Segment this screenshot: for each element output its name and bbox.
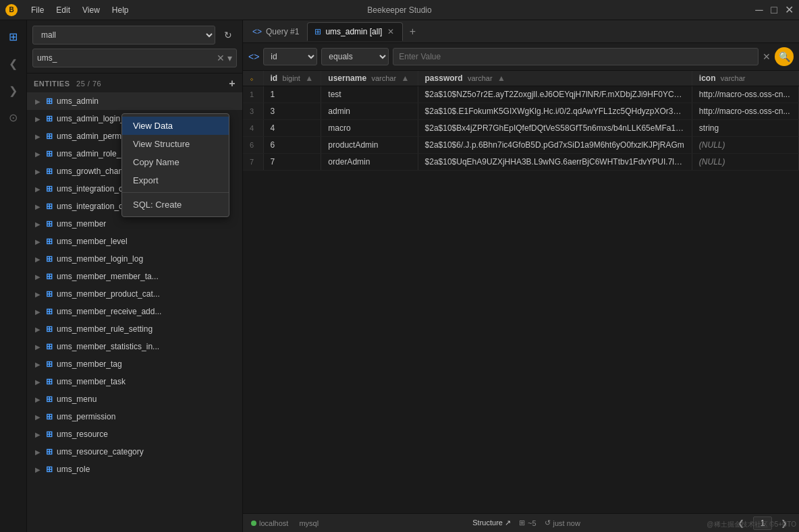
chevron-icon: ▶ [35, 150, 43, 158]
menu-edit[interactable]: Edit [51, 3, 76, 17]
cell-id: 3 [263, 103, 321, 120]
right-panel: <> Query #1 ⊞ ums_admin [all] ✕ + <> id … [243, 20, 799, 532]
context-export[interactable]: Export [122, 171, 229, 189]
entity-item-17[interactable]: ▶ ⊞ ums_member_task [27, 373, 242, 390]
sort-icon-username[interactable]: ▲ [401, 73, 409, 83]
entity-item-18[interactable]: ▶ ⊞ ums_menu [27, 390, 242, 408]
structure-link[interactable]: Structure ↗ [472, 519, 511, 527]
cell-password: $2a$10$6/.J.p.6Bhn7ic4GfoB5D.pGd7xSiD1a9… [418, 137, 692, 154]
entities-header: ENTITIES 25 / 76 + [27, 73, 242, 92]
app-logo: B [5, 4, 18, 16]
entity-item-21[interactable]: ▶ ⊞ ums_resource_category [27, 443, 242, 461]
tab-query-label: Query #1 [266, 27, 299, 36]
database-icon[interactable]: ⊞ [3, 26, 24, 47]
entity-item-16[interactable]: ▶ ⊞ ums_member_tag [27, 355, 242, 373]
row-num: 7 [243, 154, 263, 171]
entity-item-9[interactable]: ▶ ⊞ ums_member_level [27, 233, 242, 250]
filter-operator-select[interactable]: equals [321, 48, 389, 65]
refresh-button[interactable]: ↻ [219, 26, 237, 44]
entity-name: ums_member_level [57, 237, 128, 246]
tab-close-icon[interactable]: ✕ [386, 27, 395, 36]
db-select[interactable]: mall [32, 26, 215, 45]
search-filter-icon[interactable]: ▾ [227, 53, 232, 63]
entity-item-13[interactable]: ▶ ⊞ ums_member_receive_add... [27, 303, 242, 320]
entity-item-19[interactable]: ▶ ⊞ ums_permission [27, 408, 242, 425]
col-name-icon: icon [699, 73, 716, 83]
sort-icon-password[interactable]: ▲ [497, 73, 505, 83]
filter-column-select[interactable]: id [263, 48, 317, 65]
menu-items: File Edit View Help [26, 3, 134, 17]
tab-query[interactable]: <> Query #1 [246, 22, 306, 41]
search-input[interactable] [37, 53, 214, 63]
menu-file[interactable]: File [26, 3, 49, 17]
chevron-icon: ▶ [35, 466, 43, 473]
row-num: 1 [243, 86, 263, 103]
history-icon[interactable]: ⊙ [3, 107, 24, 128]
table-row[interactable]: 7 7 orderAdmin $2a$10$UqEhA9UZXjHHA3B.L9… [243, 154, 799, 171]
chevron-icon: ▶ [35, 273, 43, 280]
title-bar-left: B File Edit View Help [5, 3, 134, 17]
entity-item-10[interactable]: ▶ ⊞ ums_member_login_log [27, 250, 242, 268]
entity-item-15[interactable]: ▶ ⊞ ums_member_statistics_in... [27, 338, 242, 355]
filter-value-input[interactable] [393, 48, 759, 65]
context-view-data[interactable]: View Data [122, 117, 229, 135]
table-icon: ⊞ [46, 324, 53, 334]
context-view-structure[interactable]: View Structure [122, 135, 229, 153]
chevron-icon: ▶ [35, 361, 43, 368]
entity-item-22[interactable]: ▶ ⊞ ums_role [27, 461, 242, 478]
nav-back-icon[interactable]: ❮ [3, 53, 24, 74]
col-name-id: id [271, 73, 278, 83]
menu-view[interactable]: View [77, 3, 105, 17]
app-title: Beekeeper Studio [367, 5, 431, 15]
filter-clear-icon[interactable]: ✕ [763, 51, 771, 62]
minimize-button[interactable]: ─ [754, 5, 764, 15]
table-row[interactable]: 6 6 productAdmin $2a$10$6/.J.p.6Bhn7ic4G… [243, 137, 799, 154]
connection-indicator [251, 521, 256, 526]
tab-table[interactable]: ⊞ ums_admin [all] ✕ [307, 22, 403, 41]
chevron-icon: ▶ [35, 185, 43, 193]
search-clear-icon[interactable]: ✕ [217, 53, 225, 63]
add-entity-button[interactable]: + [229, 78, 236, 90]
table-icon: ⊞ [46, 114, 53, 123]
cell-username: orderAdmin [321, 154, 418, 171]
context-sql-create[interactable]: SQL: Create [122, 196, 229, 214]
close-button[interactable]: ✕ [784, 5, 794, 15]
table-row[interactable]: 4 4 macro $2a$10$Bx4jZPR7GhEpIQfefDQtVeS… [243, 120, 799, 137]
table-row[interactable]: 1 1 test $2a$10$NZ5o7r2E.ayT2ZoxgjlI.eJ6… [243, 86, 799, 103]
entity-item-8[interactable]: ▶ ⊞ ums_member [27, 215, 242, 233]
table-icon: ⊞ [46, 394, 53, 404]
chevron-icon: ▶ [35, 396, 43, 403]
sort-icon-id[interactable]: ▲ [305, 73, 313, 83]
filter-search-button[interactable]: 🔍 [775, 47, 794, 66]
col-header-password[interactable]: password varchar ▲ [418, 71, 692, 86]
table-row[interactable]: 3 3 admin $2a$10$.E1FokumK5GIXWgKlg.Hc.i… [243, 103, 799, 120]
col-header-icon[interactable]: icon varchar [692, 71, 798, 86]
entity-name: ums_menu [57, 394, 97, 404]
menu-help[interactable]: Help [107, 3, 134, 17]
chevron-icon: ▶ [35, 203, 43, 210]
col-header-id[interactable]: id bigint ▲ [263, 71, 321, 86]
maximize-button[interactable]: □ [769, 5, 779, 15]
table-icon: ⊞ [46, 254, 53, 264]
entity-item-12[interactable]: ▶ ⊞ ums_member_product_cat... [27, 285, 242, 303]
cell-id: 1 [263, 86, 321, 103]
entity-item-ums-admin[interactable]: ▶ ⊞ ums_admin [27, 92, 242, 110]
cell-username: productAdmin [321, 137, 418, 154]
cell-username: macro [321, 120, 418, 137]
left-toolbar: mall ↻ ✕ ▾ [27, 20, 242, 73]
entity-item-20[interactable]: ▶ ⊞ ums_resource [27, 425, 242, 443]
cell-id: 4 [263, 120, 321, 137]
data-table-wrapper[interactable]: ⬦ id bigint ▲ username varchar ▲ [243, 71, 799, 513]
nav-forward-icon[interactable]: ❯ [3, 80, 24, 101]
context-copy-name[interactable]: Copy Name [122, 153, 229, 171]
table-icon: ⊞ [46, 167, 53, 176]
chevron-icon: ▶ [35, 133, 43, 140]
entity-name: ums_admin [57, 96, 99, 106]
cell-icon: string [692, 120, 798, 137]
add-tab-button[interactable]: + [404, 24, 420, 40]
col-header-username[interactable]: username varchar ▲ [321, 71, 418, 86]
entity-name: ums_role [57, 465, 90, 474]
entity-item-11[interactable]: ▶ ⊞ ums_member_member_ta... [27, 268, 242, 285]
entity-item-14[interactable]: ▶ ⊞ ums_member_rule_setting [27, 320, 242, 338]
row-count-badge: ⊞ ~5 [519, 519, 536, 527]
